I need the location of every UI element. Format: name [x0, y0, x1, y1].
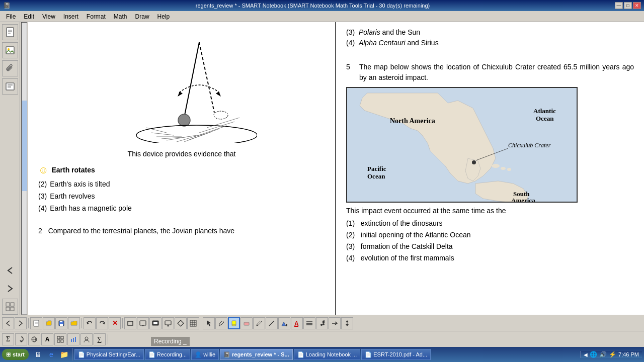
toolbar-open[interactable] — [43, 317, 55, 329]
taskbar-loading[interactable]: 📄 Loading Notebook ... — [294, 349, 361, 360]
answer-3-marker: (3) — [38, 191, 47, 202]
toolbar-fill[interactable] — [278, 317, 290, 329]
toolbar-screen1[interactable] — [137, 317, 149, 329]
menu-insert[interactable]: Insert — [59, 12, 83, 21]
tray-arrow-left[interactable]: ◀ — [584, 352, 588, 357]
minimize-button[interactable]: — — [615, 2, 623, 9]
toolbar-line[interactable] — [266, 317, 278, 329]
taskbar-physical-setting[interactable]: 📄 Physical Setting/Ear... — [74, 349, 144, 360]
tray-network[interactable]: 🌐 — [590, 351, 597, 358]
tool-text[interactable]: A — [41, 333, 53, 345]
left-sidebar — [0, 22, 20, 315]
svg-rect-7 — [8, 84, 13, 85]
toolbar-eraser[interactable] — [240, 317, 253, 329]
svg-point-17 — [178, 114, 190, 126]
toolbar-table[interactable] — [187, 317, 199, 329]
answer-2-text: Earth's axis is tilted — [50, 179, 110, 190]
toolbar-lines[interactable] — [303, 317, 315, 329]
menu-view[interactable]: View — [38, 12, 59, 21]
toolbar-arrow-tool[interactable] — [329, 317, 341, 329]
menu-help[interactable]: Help — [153, 12, 174, 21]
menu-format[interactable]: Format — [83, 12, 110, 21]
toolbar-save[interactable] — [55, 317, 67, 329]
taskbar-esrt[interactable]: 📄 ESRT-2010.pdf - Ad... — [361, 349, 431, 360]
main-container: This device provides evidence that ☺ Ear… — [0, 22, 644, 315]
tool-grid[interactable] — [2, 299, 18, 315]
toolbar-diamond[interactable] — [175, 317, 187, 329]
taskbar-time: 7:46 PM — [618, 351, 639, 357]
toolbar-select[interactable] — [203, 317, 215, 329]
tool-attachment[interactable] — [2, 60, 18, 76]
svg-marker-15 — [216, 92, 221, 97]
question-2: 2 Compared to the terrestrial planets, t… — [38, 226, 325, 236]
answer-4-marker: (4) — [38, 203, 47, 214]
taskbar-willie[interactable]: 👤 willie — [191, 349, 219, 360]
toolbar-undo[interactable] — [84, 317, 96, 329]
system-tray: ◀ 🌐 🔊 ⚡ 7:46 PM — [580, 351, 642, 358]
right-top: (3) Polaris and the Sun (4) Alpha Centau… — [346, 27, 634, 48]
menu-file[interactable]: File — [2, 12, 20, 21]
svg-line-26 — [189, 129, 219, 140]
toolbar-redo[interactable] — [96, 317, 108, 329]
toolbar-text-color[interactable]: A — [291, 317, 303, 329]
taskbar-show-desktop[interactable]: 🖥 — [32, 348, 44, 360]
tray-volume[interactable]: 🔊 — [599, 351, 607, 358]
svg-rect-85 — [57, 340, 60, 342]
menu-edit[interactable]: Edit — [20, 12, 38, 21]
vertical-scrollbar[interactable] — [20, 22, 28, 315]
answer-option-1: ☺ Earth rotates — [38, 162, 325, 177]
menubar: File Edit View Insert Format Math Draw H… — [0, 11, 644, 22]
toolbar-pen[interactable] — [215, 317, 227, 329]
toolbar-highlighter[interactable] — [228, 317, 240, 329]
svg-line-69 — [269, 321, 274, 326]
toolbar-delete[interactable]: ✕ — [109, 317, 121, 329]
svg-rect-84 — [61, 336, 63, 339]
taskbar-regents-active[interactable]: 📓 regents_review * - S... — [220, 349, 293, 360]
tool-chart[interactable] — [67, 333, 79, 345]
tool-page[interactable] — [2, 24, 18, 40]
toolbar-up-down[interactable] — [341, 317, 353, 329]
tool-sigma[interactable]: Σ — [2, 333, 14, 345]
toolbar-folder[interactable] — [68, 317, 80, 329]
answer-2-marker: (2) — [38, 179, 47, 190]
svg-rect-57 — [165, 321, 171, 325]
tool-refresh[interactable] — [15, 333, 27, 345]
nav-prev[interactable] — [2, 262, 18, 279]
answer-1-text: Earth rotates — [51, 165, 95, 175]
impact-answers: (1) extinction of the dinosaurs (2) init… — [346, 218, 634, 263]
close-button[interactable]: ✕ — [633, 2, 641, 9]
menu-draw[interactable]: Draw — [131, 12, 153, 21]
toolbar-new[interactable] — [30, 317, 42, 329]
menu-math[interactable]: Math — [110, 12, 131, 21]
toolbar-pencil[interactable] — [253, 317, 265, 329]
tool-properties[interactable] — [2, 78, 18, 95]
left-page: This device provides evidence that ☺ Ear… — [28, 22, 336, 315]
toolbar-arrow-left[interactable] — [2, 317, 14, 329]
start-button[interactable]: ⊞ start — [2, 349, 29, 360]
titlebar-controls: — □ ✕ — [615, 2, 641, 9]
svg-point-76 — [320, 324, 323, 326]
svg-rect-8 — [8, 86, 11, 87]
tool-grid2[interactable] — [54, 333, 66, 345]
tool-globe[interactable] — [28, 333, 40, 345]
taskbar-recording[interactable]: 📄 Recording... — [145, 349, 190, 360]
svg-rect-10 — [11, 303, 14, 306]
toolbar-rectangle[interactable] — [124, 317, 136, 329]
crater-map: North America Atlantic Ocean Pacific Oce… — [346, 87, 578, 203]
toolbar-screen3[interactable] — [162, 317, 174, 329]
svg-rect-60 — [190, 320, 196, 326]
toolbar-arrow-right[interactable] — [15, 317, 27, 329]
tool-integral[interactable]: ∑ — [94, 333, 106, 345]
window-icon: 📓 — [3, 2, 11, 9]
toolbar-music[interactable] — [316, 317, 328, 329]
tool-user[interactable] — [80, 333, 93, 345]
tray-power[interactable]: ⚡ — [609, 351, 616, 358]
tool-image[interactable] — [2, 42, 18, 58]
taskbar-ie[interactable]: e — [45, 348, 57, 360]
taskbar-folder[interactable]: 📁 — [58, 348, 70, 360]
maximize-button[interactable]: □ — [624, 2, 632, 9]
toolbar-screen2[interactable] — [149, 317, 162, 329]
svg-point-30 — [214, 111, 228, 119]
svg-rect-70 — [286, 324, 287, 326]
nav-next[interactable] — [2, 281, 18, 297]
